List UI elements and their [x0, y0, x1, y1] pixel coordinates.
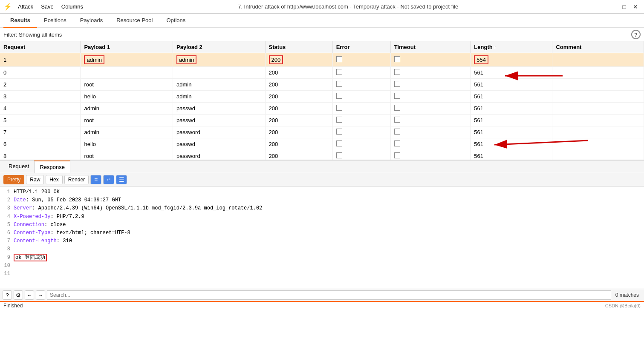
menu-icon[interactable]: ☰ [116, 175, 127, 184]
menu-bar[interactable]: Attack Save Columns [14, 3, 87, 11]
cell-request: 5 [0, 115, 81, 126]
code-line: 3 Server: Apache/2.4.39 (Win64) OpenSSL/… [3, 204, 641, 212]
maximize-button[interactable]: □ [620, 3, 629, 11]
cell-length: 561 [471, 138, 552, 150]
table-row[interactable]: 0 200 561 [0, 67, 644, 79]
tab-payloads[interactable]: Payloads [73, 14, 110, 28]
search-input[interactable] [47, 290, 611, 300]
response-code-view: 1 HTTP/1.1 200 OK 2 Date: Sun, 05 Feb 20… [0, 186, 644, 289]
filter-bar: Filter: Showing all items ? [0, 28, 644, 41]
cell-payload2: password [173, 150, 266, 161]
col-error[interactable]: Error [332, 41, 390, 53]
line-content: Date: Sun, 05 Feb 2023 04:39:27 GMT [14, 196, 121, 204]
cell-payload2: admin [173, 79, 266, 91]
view-controls: Pretty Raw Hex Render ≡ ↵ ☰ [0, 173, 644, 186]
tab-resource-pool[interactable]: Resource Pool [110, 14, 159, 28]
cell-status: 200 [265, 150, 332, 161]
watermark: CSDN @Beila(0) [605, 303, 641, 308]
cell-payload2: admin [173, 53, 266, 67]
table-row[interactable]: 4 admin passwd 200 561 [0, 103, 644, 115]
line-number: 8 [3, 245, 10, 253]
cell-status: 200 [265, 138, 332, 150]
bottom-toolbar: ? ⚙ ← → 0 matches [0, 289, 644, 301]
tab-response[interactable]: Response [34, 161, 70, 173]
col-payload2[interactable]: Payload 2 [173, 41, 266, 53]
col-comment[interactable]: Comment [552, 41, 644, 53]
filter-help-button[interactable]: ? [631, 30, 641, 39]
wrap-icon[interactable]: ↵ [103, 175, 114, 184]
settings-button[interactable]: ⚙ [14, 290, 23, 300]
line-content: X-Powered-By: PHP/7.2.9 [14, 213, 84, 221]
line-content: Connection: close [14, 221, 66, 229]
line-content: HTTP/1.1 200 OK [14, 188, 60, 196]
table-row[interactable]: 2 root admin 200 561 [0, 79, 644, 91]
close-button[interactable]: ✕ [630, 3, 641, 11]
view-pretty[interactable]: Pretty [3, 175, 24, 184]
line-number: 10 [3, 262, 10, 270]
cell-payload1 [81, 67, 173, 79]
cell-payload2: admin [173, 91, 266, 103]
menu-attack[interactable]: Attack [14, 3, 37, 11]
cell-payload1: root [81, 115, 173, 126]
table-row[interactable]: 5 root passwd 200 561 [0, 115, 644, 126]
cell-status: 200 [265, 115, 332, 126]
cell-comment [552, 53, 644, 67]
line-number: 7 [3, 237, 10, 245]
minimize-button[interactable]: − [609, 3, 618, 11]
line-content: Content-Type: text/html; charset=UTF-8 [14, 229, 130, 237]
tab-positions[interactable]: Positions [37, 14, 73, 28]
tab-request[interactable]: Request [3, 161, 34, 173]
cell-request: 0 [0, 67, 81, 79]
menu-columns[interactable]: Columns [58, 3, 87, 11]
col-status[interactable]: Status [265, 41, 332, 53]
cell-error [332, 91, 390, 103]
cell-payload1: root [81, 79, 173, 91]
cell-length: 561 [471, 79, 552, 91]
bottom-panel: Request Response Pretty Raw Hex Render ≡… [0, 161, 644, 301]
col-timeout[interactable]: Timeout [390, 41, 471, 53]
menu-save[interactable]: Save [38, 3, 57, 11]
cell-timeout [390, 79, 471, 91]
table-row[interactable]: 7 admin password 200 561 [0, 126, 644, 138]
table-row[interactable]: 8 root password 200 561 [0, 150, 644, 161]
help-button[interactable]: ? [3, 290, 12, 300]
col-request[interactable]: Request [0, 41, 81, 53]
cell-length: 561 [471, 67, 552, 79]
view-raw[interactable]: Raw [26, 175, 44, 184]
window-controls[interactable]: − □ ✕ [609, 3, 641, 11]
table-row[interactable]: 1 admin admin 200 554 [0, 53, 644, 67]
cell-error [332, 126, 390, 138]
cell-request: 4 [0, 103, 81, 115]
cell-payload1: admin [81, 103, 173, 115]
tab-options[interactable]: Options [159, 14, 192, 28]
format-icon[interactable]: ≡ [90, 175, 101, 184]
table-row[interactable]: 3 hello admin 200 561 [0, 91, 644, 103]
table-row[interactable]: 6 hello passwd 200 561 [0, 138, 644, 150]
cell-comment [552, 115, 644, 126]
cell-error [332, 67, 390, 79]
line-number: 5 [3, 221, 10, 229]
cell-length: 561 [471, 115, 552, 126]
line-number: 9 [3, 254, 10, 262]
tab-results[interactable]: Results [3, 14, 37, 28]
cell-comment [552, 91, 644, 103]
view-hex[interactable]: Hex [46, 175, 62, 184]
cell-comment [552, 126, 644, 138]
cell-status: 200 [265, 79, 332, 91]
cell-error [332, 79, 390, 91]
cell-comment [552, 138, 644, 150]
col-length[interactable]: Length ↑ [471, 41, 552, 53]
window-title: 7. Intruder attack of http://www.localho… [87, 3, 609, 10]
cell-status: 200 [265, 91, 332, 103]
view-render[interactable]: Render [64, 175, 89, 184]
col-payload1[interactable]: Payload 1 [81, 41, 173, 53]
line-number: 3 [3, 204, 10, 212]
code-line: 2 Date: Sun, 05 Feb 2023 04:39:27 GMT [3, 196, 641, 204]
forward-button[interactable]: → [36, 290, 45, 300]
line-number: 6 [3, 229, 10, 237]
cell-timeout [390, 67, 471, 79]
back-button[interactable]: ← [25, 290, 34, 300]
code-line: 4 X-Powered-By: PHP/7.2.9 [3, 213, 641, 221]
line-number: 4 [3, 213, 10, 221]
table-header-row: Request Payload 1 Payload 2 Status Error… [0, 41, 644, 53]
